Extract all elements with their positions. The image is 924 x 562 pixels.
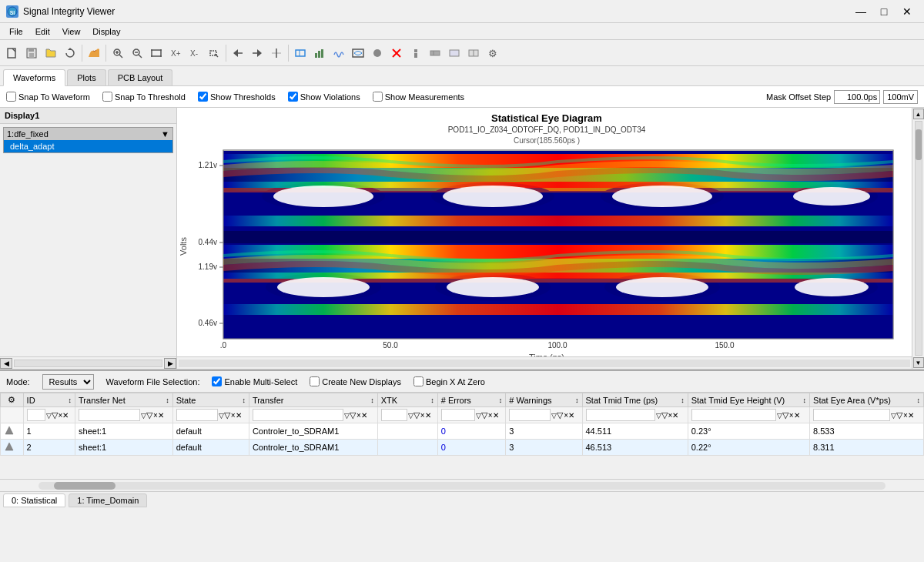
menu-display[interactable]: Display — [86, 25, 126, 38]
show-measurements-checkbox[interactable]: Show Measurements — [373, 92, 464, 102]
show-measurements-input[interactable] — [373, 92, 383, 102]
tool-arrow-right[interactable] — [248, 44, 266, 62]
col-stat-tmid-height-header[interactable]: Stat Tmid Eye Height (V)↕ — [688, 393, 809, 407]
filter-errors-input[interactable] — [441, 409, 475, 421]
scroll-down-btn[interactable]: ▼ — [913, 357, 924, 368]
tool-eye-mask[interactable] — [349, 44, 367, 62]
filter-transfer-clear[interactable]: ✕ — [357, 411, 367, 420]
filter-stat-tmid-height-clear[interactable]: ✕ — [789, 411, 800, 420]
tool-zoom-x[interactable]: X+ — [166, 44, 185, 62]
filter-stat-tmid-time-input[interactable] — [586, 409, 655, 421]
tool-box2[interactable] — [464, 44, 483, 62]
filter-transfer-net-clear[interactable]: ✕ — [153, 411, 164, 420]
menu-edit[interactable]: Edit — [29, 25, 56, 38]
col-state-header[interactable]: State↕ — [172, 393, 249, 407]
tab-waveforms[interactable]: Waveforms — [3, 69, 65, 86]
col-transfer-header[interactable]: Transfer↕ — [249, 393, 377, 407]
enable-multiselect[interactable]: Enable Multi-Select — [212, 376, 297, 386]
filter-errors-funnel[interactable]: ▽ — [476, 410, 487, 420]
filter-state-clear[interactable]: ✕ — [231, 411, 242, 420]
scroll-left-btn[interactable]: ◀ — [0, 358, 12, 369]
filter-stat-tmid-height-input[interactable] — [691, 409, 776, 421]
tool-arrow-left[interactable] — [229, 44, 247, 62]
filter-xtk-clear[interactable]: ✕ — [420, 411, 431, 420]
table-row[interactable]: 2 sheet:1 default Controler_to_SDRAM1 0 … — [1, 440, 924, 456]
snap-threshold-input[interactable] — [102, 92, 112, 102]
filter-state-input[interactable] — [176, 409, 218, 421]
filter-stat-eye-area-input[interactable] — [813, 409, 890, 421]
filter-transfer-net-funnel[interactable]: ▽ — [141, 410, 152, 420]
show-thresholds-input[interactable] — [198, 92, 208, 102]
col-errors-header[interactable]: # Errors↕ — [437, 393, 506, 407]
col-stat-eye-area-header[interactable]: Stat Eye Area (V*ps)↕ — [810, 393, 924, 407]
tool-save[interactable] — [22, 44, 41, 62]
table-row[interactable]: 1 sheet:1 default Controler_to_SDRAM1 0 … — [1, 423, 924, 440]
filter-stat-eye-area-clear[interactable]: ✕ — [903, 411, 914, 420]
tool-settings[interactable]: ⚙ — [484, 44, 502, 62]
col-transfer-net-header[interactable]: Transfer Net↕ — [75, 393, 173, 407]
enable-multiselect-input[interactable] — [212, 376, 222, 386]
begin-x-at-zero[interactable]: Begin X At Zero — [413, 376, 485, 386]
filter-warnings-input[interactable] — [509, 409, 551, 421]
minimize-button[interactable]: — — [850, 3, 872, 20]
filter-xtk-funnel[interactable]: ▽ — [408, 410, 420, 420]
waveform-item-selected[interactable]: delta_adapt — [4, 140, 172, 152]
hscroll-bar[interactable] — [179, 360, 910, 367]
snap-waveform-input[interactable] — [6, 92, 16, 102]
col-gear[interactable] — [1, 393, 24, 407]
tool-refresh[interactable] — [61, 44, 79, 62]
filter-transfer-input[interactable] — [253, 409, 343, 421]
tool-info1[interactable] — [407, 44, 425, 62]
filter-xtk-input[interactable] — [381, 409, 407, 421]
bottom-tab-time-domain[interactable]: 1: Time_Domain — [69, 493, 147, 507]
col-warnings-header[interactable]: # Warnings↕ — [506, 393, 582, 407]
col-id-header[interactable]: ID↕ — [23, 393, 75, 407]
tool-wave-chart[interactable] — [330, 44, 348, 62]
begin-x-at-zero-input[interactable] — [413, 376, 424, 386]
table-hscroll-track[interactable] — [38, 482, 886, 490]
col-stat-tmid-time-header[interactable]: Stat Tmid Tme (ps)↕ — [582, 393, 688, 407]
show-violations-checkbox[interactable]: Show Violations — [288, 92, 360, 102]
filter-stat-eye-area-funnel[interactable]: ▽ — [891, 410, 902, 420]
filter-transfer-funnel[interactable]: ▽ — [344, 410, 356, 420]
tool-zoom-fit[interactable] — [147, 44, 166, 62]
create-new-displays[interactable]: Create New Displays — [310, 376, 401, 386]
maximize-button[interactable]: □ — [873, 3, 895, 20]
tool-bar-chart[interactable] — [310, 44, 329, 62]
tool-box1[interactable] — [445, 44, 464, 62]
tool-zoom-x-out[interactable]: X- — [186, 44, 204, 62]
menu-view[interactable]: View — [56, 25, 87, 38]
tool-info2[interactable] — [426, 44, 444, 62]
filter-state-funnel[interactable]: ▽ — [219, 410, 230, 420]
tab-pcb-layout[interactable]: PCB Layout — [108, 69, 173, 85]
tool-delete[interactable] — [387, 44, 406, 62]
mode-select[interactable]: Results — [42, 374, 94, 390]
tool-zoom-area[interactable] — [205, 44, 223, 62]
hscroll-track[interactable] — [14, 360, 162, 367]
tool-new[interactable] — [3, 44, 22, 62]
col-xtk-header[interactable]: XTK↕ — [377, 393, 437, 407]
waveform-group[interactable]: 1:dfe_fixed ▼ — [4, 128, 172, 140]
filter-stat-tmid-time-funnel[interactable]: ▽ — [656, 410, 668, 420]
show-violations-input[interactable] — [288, 92, 298, 102]
filter-id-funnel[interactable]: ▽ — [46, 410, 58, 420]
tab-plots[interactable]: Plots — [67, 69, 105, 85]
filter-warnings-clear[interactable]: ✕ — [564, 411, 574, 420]
tool-circle[interactable] — [368, 44, 387, 62]
close-button[interactable]: ✕ — [896, 3, 918, 20]
snap-waveform-checkbox[interactable]: Snap To Waveform — [6, 92, 90, 102]
bottom-tab-statistical[interactable]: 0: Statistical — [3, 493, 65, 507]
menu-file[interactable]: File — [3, 25, 29, 38]
scroll-up-btn[interactable]: ▲ — [913, 109, 924, 119]
mask-offset-value[interactable] — [834, 90, 880, 104]
vscroll-track[interactable] — [915, 121, 922, 356]
tool-zoom-in[interactable] — [109, 44, 127, 62]
filter-transfer-net-input[interactable] — [79, 409, 140, 421]
tool-cursor[interactable] — [267, 44, 286, 62]
show-thresholds-checkbox[interactable]: Show Thresholds — [198, 92, 276, 102]
snap-threshold-checkbox[interactable]: Snap To Threshold — [102, 92, 186, 102]
filter-id-clear[interactable]: ✕ — [59, 411, 69, 420]
filter-errors-clear[interactable]: ✕ — [488, 411, 499, 420]
create-new-displays-input[interactable] — [310, 376, 320, 386]
tool-measure[interactable] — [291, 44, 310, 62]
